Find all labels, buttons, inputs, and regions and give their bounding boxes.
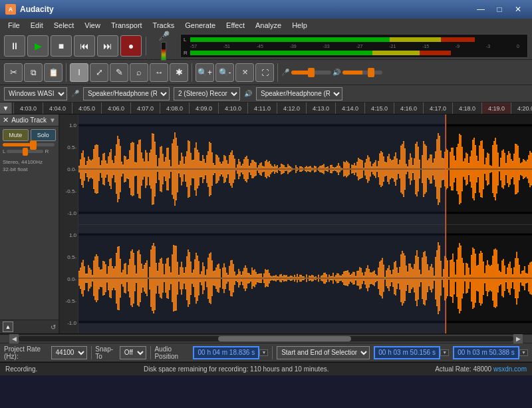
tool-timeshift[interactable]: ↔ — [150, 63, 168, 82]
meter-num-7: -21 — [389, 44, 396, 49]
menu-transport[interactable]: Transport — [106, 19, 148, 32]
tool-envelope[interactable]: ⤢ — [90, 63, 108, 82]
ruler-mark-2: 4:04.0 — [43, 102, 72, 114]
playhead-line — [446, 114, 446, 333]
meter-num-2: -51 — [223, 44, 230, 49]
scroll-right-button[interactable]: ▶ — [513, 334, 523, 343]
ruler-mark-4: 4:06.0 — [101, 102, 130, 114]
zoom-reset-button[interactable]: ⛶ — [255, 63, 274, 82]
project-rate-select[interactable]: 44100 — [51, 346, 87, 359]
track-close-button[interactable]: ✕ — [3, 116, 9, 124]
output-volume-slider[interactable] — [342, 71, 382, 75]
selection-start-input[interactable] — [374, 346, 440, 359]
ruler-mark-3: 4:05.0 — [72, 102, 101, 114]
next-button[interactable]: ⏭ — [97, 35, 118, 57]
menu-effect[interactable]: Effect — [221, 19, 250, 32]
level-meter-display[interactable]: L -57 -51 -45 -39 -33 -27 -21 -15 -9 -3 … — [180, 34, 528, 58]
audio-position-label: Audio Position — [154, 345, 189, 360]
selection-end-input[interactable] — [453, 346, 519, 359]
menu-help[interactable]: Help — [287, 19, 313, 32]
meter-num-10: -3 — [486, 44, 490, 49]
track-pan-slider[interactable] — [7, 150, 43, 153]
track-menu-icon[interactable]: ▼ — [49, 116, 56, 124]
tool-copy[interactable]: ⧉ — [24, 63, 43, 82]
tool-paste[interactable]: 📋 — [44, 63, 63, 82]
selection-mode-select[interactable]: Start and End of Selection — [277, 346, 370, 359]
scroll-track[interactable] — [19, 336, 513, 341]
meter-num-3: -45 — [257, 44, 263, 49]
ruler-mark-10: 4:12.0 — [277, 102, 306, 114]
minimize-button[interactable]: — — [472, 3, 489, 16]
input-volume-slider[interactable] — [291, 71, 331, 75]
zoom-in-button[interactable]: 🔍+ — [196, 63, 214, 82]
menu-select[interactable]: Select — [49, 19, 80, 32]
maximize-button[interactable]: □ — [491, 3, 508, 16]
meter-num-1: -57 — [190, 44, 197, 49]
menu-tracks[interactable]: Tracks — [148, 19, 180, 32]
speaker-icon: 🔊 — [332, 69, 340, 76]
record-button[interactable]: ● — [120, 35, 142, 57]
track-info-text: Stereo, 44100Hz32-bit float — [3, 159, 43, 172]
sel-end-down[interactable]: ▼ — [519, 349, 528, 356]
stop-button[interactable]: ■ — [51, 35, 72, 57]
ruler-mark-15: 4:17.0 — [423, 102, 452, 114]
snap-to-select[interactable]: Off — [120, 346, 146, 359]
meter-num-9: -9 — [456, 44, 460, 49]
menu-generate[interactable]: Generate — [180, 19, 221, 32]
track-expand-button[interactable]: ▲ — [3, 321, 13, 332]
channels-select[interactable]: 2 (Stereo) Recor — [174, 87, 240, 101]
ruler-mark-6: 4:08.0 — [160, 102, 189, 114]
tool-zoom[interactable]: ⌕ — [130, 63, 148, 82]
meter-num-11: 0 — [517, 44, 519, 49]
ruler-mark-14: 4:16.0 — [394, 102, 423, 114]
close-button[interactable]: ✕ — [509, 3, 527, 16]
ruler-mark-8: 4:10.0 — [218, 102, 247, 114]
toolbar-sep-1 — [146, 37, 146, 55]
scroll-left-button[interactable]: ◀ — [9, 334, 19, 343]
audio-position-input[interactable] — [193, 346, 259, 359]
bt-sep1 — [91, 346, 92, 359]
tool-select[interactable]: I — [70, 63, 88, 82]
track-loop-icon: ↺ — [51, 323, 56, 331]
tools-toolbar: ✂ ⧉ 📋 I ⤢ ✎ ⌕ ↔ ✱ 🔍+ 🔍- ⤧ ⛶ 🎤 🔊 — [0, 60, 532, 85]
prev-button[interactable]: ⏮ — [74, 35, 95, 57]
track-header: ✕ Audio Track ▼ Mute Solo L R Stereo, 44… — [0, 114, 60, 333]
tool-multi[interactable]: ✱ — [170, 63, 188, 82]
menu-analyze[interactable]: Analyze — [250, 19, 287, 32]
menu-file[interactable]: File — [3, 19, 25, 32]
ruler-mark-7: 4:09.0 — [189, 102, 218, 114]
output-device-select[interactable]: Speaker/Headphone (Realt — [256, 87, 342, 101]
track-volume-slider[interactable] — [3, 143, 55, 146]
input-volume-group: 🎤 — [281, 69, 331, 76]
lr-pan-row: L R — [3, 148, 56, 154]
snap-to-label: Snap-To — [95, 345, 115, 360]
ruler: 4:03.0 4:04.0 4:05.0 4:06.0 4:07.0 4:08.… — [12, 102, 532, 114]
ruler-mark-11: 4:13.0 — [306, 102, 335, 114]
pause-button[interactable]: ⏸ — [4, 35, 25, 57]
output-volume-group: 🔊 — [332, 69, 382, 76]
tool-cut[interactable]: ✂ — [4, 63, 23, 82]
mute-button[interactable]: Mute — [3, 129, 29, 141]
meter-R-label: R — [184, 50, 189, 56]
api-select[interactable]: Windows WASI — [4, 87, 67, 101]
play-button[interactable]: ▶ — [27, 35, 49, 57]
menu-edit[interactable]: Edit — [25, 19, 49, 32]
sel-start-down[interactable]: ▼ — [440, 349, 449, 356]
waveform-area[interactable]: 1.0 0.5- 0.0- -0.5- -1.0 1.0 0.5- 0.0- -… — [60, 114, 532, 333]
zoom-fit-button[interactable]: ⤧ — [235, 63, 254, 82]
menu-view[interactable]: View — [79, 19, 106, 32]
solo-button[interactable]: Solo — [31, 129, 57, 141]
timeline-arrow[interactable]: ▼ — [0, 102, 12, 114]
app-icon: A — [5, 4, 16, 15]
tool-pencil[interactable]: ✎ — [110, 63, 128, 82]
status-center: Disk space remaining for recording: 110 … — [144, 365, 329, 373]
zoom-out-button[interactable]: 🔍- — [215, 63, 234, 82]
audio-pos-down[interactable]: ▼ — [259, 349, 268, 356]
tb2-sep2 — [192, 63, 192, 82]
input-device-select[interactable]: Speaker/Headphone (Realt — [83, 87, 170, 101]
meter-num-5: -33 — [323, 44, 330, 49]
R-label: R — [45, 148, 49, 154]
meter-num-4: -39 — [290, 44, 297, 49]
window-controls: — □ ✕ — [472, 3, 527, 16]
scroll-thumb[interactable] — [218, 336, 351, 341]
